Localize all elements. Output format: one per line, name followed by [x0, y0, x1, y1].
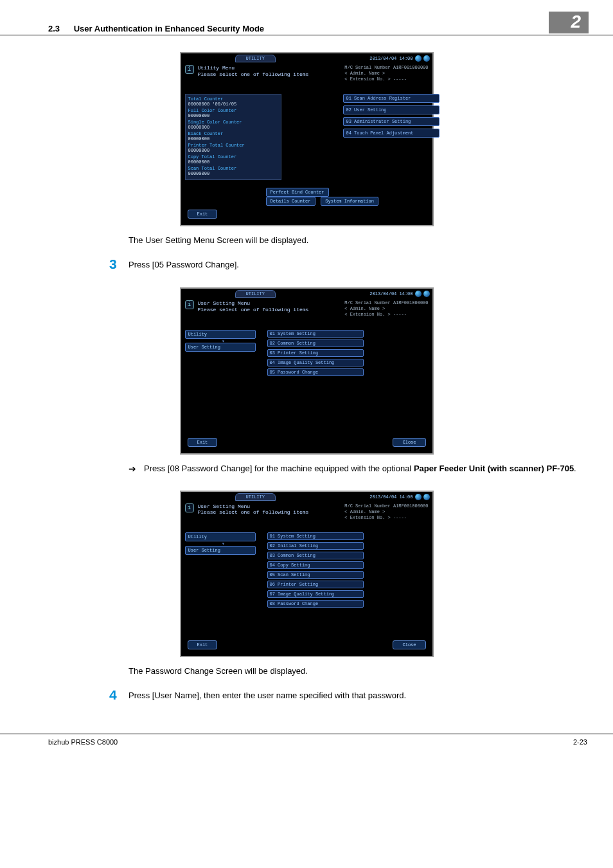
breadcrumb-user-setting[interactable]: User Setting — [185, 546, 256, 555]
copy-setting-button[interactable]: 04 Copy Setting — [267, 561, 364, 569]
scan-total-counter-label: Scan Total Counter — [188, 166, 278, 171]
machine-info: M/C Serial Number A1RF001000000 < Admin.… — [344, 65, 428, 82]
arrow-icon: ➔ — [129, 464, 144, 474]
panel-title: User Setting Menu — [198, 300, 345, 307]
administrator-setting-button[interactable]: 03 Administrator Setting — [343, 117, 440, 126]
machine-info: M/C Serial Number A1RF001000000 < Admin.… — [344, 503, 428, 521]
step-text: Press [User Name], then enter the user n… — [129, 687, 406, 701]
common-setting-button[interactable]: 03 Common Setting — [267, 552, 364, 559]
system-setting-button[interactable]: 01 System Setting — [267, 532, 364, 540]
help-icon[interactable] — [415, 55, 422, 62]
panel-title: Utility Menu — [198, 65, 345, 71]
details-counter-button[interactable]: Details Counter — [266, 197, 315, 206]
full-color-counter-value: 00000000 — [188, 113, 278, 118]
black-counter-label: Black Counter — [188, 131, 278, 136]
note-pf705: ➔ Press [08 Password Change] for the mac… — [129, 464, 587, 474]
single-color-counter-value: 00000000 — [188, 125, 278, 130]
note-text-a: Press [08 Password Change] for the machi… — [144, 464, 414, 473]
counter-block: Total Counter 00000000 '00/01/05 Full Co… — [185, 94, 281, 180]
info-icon: i — [185, 503, 194, 512]
close-button[interactable]: Close — [393, 640, 425, 649]
service-icon[interactable] — [423, 291, 430, 297]
user-setting-button[interactable]: 02 User Setting — [343, 105, 440, 114]
page-footer: bizhub PRESS C8000 2-23 — [0, 734, 613, 757]
step-number: 4 — [109, 687, 129, 701]
image-quality-setting-button[interactable]: 07 Image Quality Setting — [267, 590, 364, 598]
system-setting-button[interactable]: 01 System Setting — [267, 330, 364, 338]
printer-setting-button[interactable]: 06 Printer Setting — [267, 581, 364, 588]
perfect-bind-counter-button[interactable]: Perfect Bind Counter — [266, 188, 329, 197]
copy-total-counter-value: 00000000 — [188, 159, 278, 165]
breadcrumb-utility[interactable]: Utility — [185, 532, 256, 541]
step-number: 3 — [109, 257, 129, 271]
step-3: 3 Press [05 Password Change]. — [109, 257, 587, 271]
breadcrumb-user-setting[interactable]: User Setting — [185, 343, 256, 352]
scan-address-register-button[interactable]: 01 Scan Address Register — [343, 94, 440, 103]
printer-total-counter-label: Printer Total Counter — [188, 143, 278, 148]
system-information-button[interactable]: System Information — [321, 197, 378, 206]
exit-button[interactable]: Exit — [188, 210, 218, 219]
service-icon[interactable] — [423, 55, 430, 62]
note-text-c: . — [574, 464, 576, 473]
chapter-badge: 2 — [549, 12, 589, 33]
printer-total-counter-value: 00000000 — [188, 148, 278, 153]
panel-subtitle: Please select one of following items — [198, 307, 345, 313]
scan-setting-button[interactable]: 05 Scan Setting — [267, 571, 364, 579]
common-setting-button[interactable]: 02 Common Setting — [267, 339, 364, 347]
panel-subtitle: Please select one of following items — [198, 509, 345, 516]
user-setting-menu-panel: UTILITY 2013/04/04 14:00 i User Setting … — [180, 287, 434, 454]
utility-tab: UTILITY — [235, 290, 276, 298]
step-text: Press [05 Password Change]. — [129, 257, 239, 271]
info-icon: i — [185, 300, 194, 309]
utility-tab: UTILITY — [235, 55, 276, 62]
panel-timestamp: 2013/04/04 14:00 — [369, 291, 413, 296]
panel-subtitle: Please select one of following items — [198, 71, 345, 78]
exit-button[interactable]: Exit — [188, 438, 218, 447]
printer-setting-button[interactable]: 03 Printer Setting — [267, 349, 364, 357]
password-change-button[interactable]: 05 Password Change — [267, 368, 364, 376]
black-counter-value: 00000000 — [188, 136, 278, 141]
panel-timestamp: 2013/04/04 14:00 — [369, 494, 413, 500]
utility-menu-panel: UTILITY 2013/04/04 14:00 i Utility Menu … — [180, 52, 434, 226]
breadcrumb-utility[interactable]: Utility — [185, 330, 256, 339]
initial-setting-button[interactable]: 02 Initial Setting — [267, 542, 364, 550]
info-icon: i — [185, 65, 194, 74]
user-setting-menu-panel-pf705: UTILITY 2013/04/04 14:00 i User Setting … — [180, 491, 434, 657]
image-quality-setting-button[interactable]: 04 Image Quality Setting — [267, 359, 364, 366]
scan-total-counter-value: 00000000 — [188, 171, 278, 176]
page-header: 2.3 User Authentication in Enhanced Secu… — [0, 0, 613, 35]
close-button[interactable]: Close — [393, 438, 425, 447]
machine-info: M/C Serial Number A1RF001000000 < Admin.… — [344, 300, 428, 318]
panel-title: User Setting Menu — [198, 503, 345, 510]
footer-page: 2-23 — [573, 738, 587, 746]
exit-button[interactable]: Exit — [188, 640, 218, 649]
note-text-b: Paper Feeder Unit (with scanner) PF-705 — [414, 464, 574, 473]
panel-timestamp: 2013/04/04 14:00 — [369, 56, 413, 61]
password-change-button[interactable]: 08 Password Change — [267, 600, 364, 608]
help-icon[interactable] — [415, 494, 422, 500]
section-number: 2.3 — [48, 24, 60, 33]
copy-total-counter-label: Copy Total Counter — [188, 154, 278, 159]
service-icon[interactable] — [423, 494, 430, 500]
touch-panel-adjustment-button[interactable]: 04 Touch Panel Adjustment — [343, 129, 440, 138]
utility-tab: UTILITY — [235, 493, 276, 501]
full-color-counter-label: Full Color Counter — [188, 108, 278, 113]
chevron-down-icon: ▾ — [185, 543, 262, 546]
footer-product: bizhub PRESS C8000 — [48, 738, 118, 746]
step-4: 4 Press [User Name], then enter the user… — [109, 687, 587, 701]
caption-user-setting-displayed: The User Setting Menu Screen will be dis… — [129, 235, 587, 245]
total-counter-value: 00000000 '00/01/05 — [188, 102, 278, 107]
caption-password-change-displayed: The Password Change Screen will be displ… — [129, 666, 587, 676]
total-counter-label: Total Counter — [188, 96, 278, 102]
help-icon[interactable] — [415, 291, 422, 297]
section-heading: 2.3 User Authentication in Enhanced Secu… — [48, 24, 264, 33]
section-title: User Authentication in Enhanced Security… — [74, 24, 264, 33]
single-color-counter-label: Single Color Counter — [188, 120, 278, 125]
